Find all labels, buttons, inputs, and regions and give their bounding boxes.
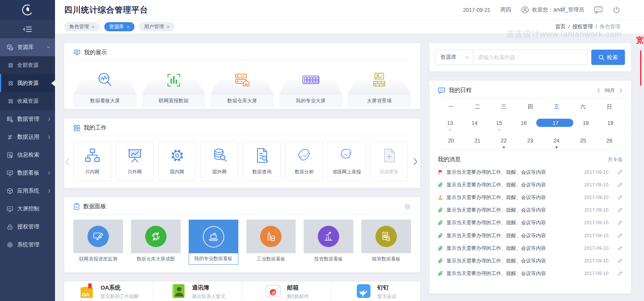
tab-resource-library[interactable]: 资源库 × xyxy=(104,22,135,31)
calendar-day[interactable]: 14 xyxy=(462,115,487,132)
messages-button[interactable] xyxy=(594,6,603,14)
sidebar-item-data-board[interactable]: 数据看板 xyxy=(0,164,55,182)
breadcrumb-home[interactable]: 首页 xyxy=(555,24,565,29)
close-icon[interactable]: × xyxy=(127,24,130,30)
display-card-dashboard-screen[interactable]: 数据看板大屏 xyxy=(73,65,137,107)
main-area: 宽 四川统计综合管理平台 2017-09-21 周四 欢迎您：andif_管理员 xyxy=(55,0,644,301)
sidebar-item-data-usage[interactable]: 数据运用 xyxy=(0,128,55,146)
schedule-title: 我的日程 xyxy=(449,87,472,94)
chart-up-icon xyxy=(318,226,339,247)
close-icon[interactable]: × xyxy=(92,24,95,30)
work-card-intranet-sichuan[interactable]: 川内网 xyxy=(73,141,111,181)
tab-role-management[interactable]: 角色管理 × xyxy=(64,22,100,31)
panel-card-accounting-board[interactable]: 核算数据看板 xyxy=(361,220,411,265)
edit-icon[interactable] xyxy=(617,246,623,251)
message-date: 2017-09-10 xyxy=(584,258,608,264)
user-menu[interactable]: 欢迎您：andif_管理员 xyxy=(521,6,584,14)
calendar-day-selected[interactable]: 17 xyxy=(536,115,573,132)
panel-card-my-professional-board[interactable]: 我的专业数据看板 xyxy=(189,220,238,265)
panel-card-online-report-monitor[interactable]: 联网直报进度监测 xyxy=(73,220,123,265)
message-row[interactable]: 显示当天需要办理的工作、提醒、会议等内容2017-09-10 xyxy=(438,204,623,217)
message-row[interactable]: 显示当天需要办理的工作、提醒、会议等内容2017-09-10 xyxy=(438,217,623,229)
search-button[interactable]: 检索 xyxy=(591,50,625,65)
work-card-foreign-network[interactable]: 国外网 xyxy=(201,141,238,181)
display-card-online-report-data[interactable]: 联网直报数据 xyxy=(142,65,205,107)
app-shortcut-mail[interactable]: @ 邮箱 3封新邮件 xyxy=(242,282,331,301)
month-prev-icon[interactable] xyxy=(597,88,600,93)
panel-card-investment-board[interactable]: 投资数据看板 xyxy=(304,220,353,265)
calendar-day[interactable]: 23 xyxy=(517,133,543,150)
logout-button[interactable] xyxy=(613,6,620,14)
calendar-day[interactable]: 21 xyxy=(464,133,490,150)
work-card-data-query[interactable]: 数据查询 xyxy=(243,141,281,181)
sidebar-item-data-management[interactable]: 数据管理 xyxy=(0,110,55,128)
edit-icon[interactable] xyxy=(617,220,623,225)
display-card-professional-screen[interactable]: 我的专业大屏 xyxy=(279,65,343,107)
edit-icon[interactable] xyxy=(617,271,623,276)
sidebar-item-favorite-resources[interactable]: 收藏资源 xyxy=(0,92,55,110)
work-card-extranet-sichuan[interactable]: 川外网 xyxy=(116,141,154,181)
display-card-warehouse-screen[interactable]: 数据仓库大屏 xyxy=(210,65,274,107)
month-next-icon[interactable] xyxy=(620,88,623,93)
edit-icon[interactable] xyxy=(617,182,623,188)
sidebar-collapse-button[interactable] xyxy=(0,20,55,38)
message-row[interactable]: 显示当天需要办理的工作、提醒、会议等内容2017-09-10 xyxy=(438,191,623,204)
search-category-select[interactable]: 资源库 xyxy=(435,50,473,65)
panel-card-industrial-board[interactable]: 工业数据看板 xyxy=(246,220,296,265)
calendar-day[interactable]: 13 xyxy=(438,115,462,132)
calendar-day[interactable]: 22 xyxy=(490,133,517,150)
calendar-week-row: 20212223242526 xyxy=(438,133,623,150)
calendar-day[interactable]: 26 xyxy=(596,133,623,150)
calendar-day[interactable]: 16 xyxy=(511,115,536,132)
sidebar-item-system-management[interactable]: 系统管理 xyxy=(0,236,55,254)
edit-icon[interactable] xyxy=(617,258,623,264)
work-card-data-analysis[interactable]: 数据分析 xyxy=(285,141,323,181)
app-logo[interactable] xyxy=(0,0,55,20)
calendar-day[interactable]: 24 xyxy=(544,133,570,150)
sidebar-item-all-resources[interactable]: 全部资源 xyxy=(0,56,55,74)
calendar-day[interactable]: 19 xyxy=(598,115,623,132)
mail-icon: @ xyxy=(265,283,282,301)
message-date: 2017-09-10 xyxy=(584,233,608,238)
edit-icon[interactable] xyxy=(617,170,623,175)
sidebar-item-authorization[interactable]: 授权管理 xyxy=(0,218,55,236)
breadcrumb-authorization[interactable]: 授权管理 xyxy=(572,24,593,29)
tab-user-management[interactable]: 用户管理 × xyxy=(139,22,175,31)
app-shortcut-dingtalk[interactable]: 钉钉 暂无会议 xyxy=(331,282,420,301)
sidebar-item-resource-library[interactable]: 资源库 xyxy=(0,38,55,56)
edit-icon[interactable] xyxy=(617,207,623,213)
work-card-provincial-online-report[interactable]: 省级网上直报 xyxy=(328,141,366,181)
message-row[interactable]: 显示当天需要办理的工作、提醒、会议等内容2017-09-10 xyxy=(438,166,623,178)
data-panel-section: 数据面板 联网直报进度监测 xyxy=(64,197,420,272)
message-row[interactable]: 显示当天需要办理的工作、提醒、会议等内容2017-09-10 xyxy=(438,254,623,267)
app-shortcut-contacts[interactable]: 通讯簿 最近联系人暂无 xyxy=(153,282,242,301)
work-card-domestic-network[interactable]: 国内网 xyxy=(158,141,196,181)
panel-settings-icon[interactable] xyxy=(404,203,411,210)
sidebar-item-my-resources[interactable]: 我的资源 xyxy=(0,74,55,92)
message-row[interactable]: 显示当天需要办理的工作、提醒、会议等内容2017-09-10 xyxy=(438,267,623,280)
message-row[interactable]: 显示当天需要办理的工作、提醒、会议等内容2017-09-10 xyxy=(438,242,623,254)
sidebar: 资源库 全部资源 我的资源 收藏资源 xyxy=(0,0,55,301)
calendar-day[interactable]: 25 xyxy=(570,133,596,150)
message-row[interactable]: 显示当天需要办理的工作、提醒、会议等内容2017-09-10 xyxy=(438,229,623,242)
message-row[interactable]: 显示当天需要办理的工作、提醒、会议等内容2017-09-10 xyxy=(438,178,623,191)
slider-next-icon[interactable] xyxy=(413,157,418,166)
sidebar-item-screen-control[interactable]: 大屏控制 xyxy=(0,200,55,218)
display-card-background-wall[interactable]: 大屏背景墙 xyxy=(348,65,411,107)
edit-icon[interactable] xyxy=(617,195,623,200)
work-card-add-more[interactable]: 添加更多 xyxy=(370,141,408,181)
panel-card-warehouse-mapping[interactable]: 数据仓库大屏成图 xyxy=(131,220,181,265)
sidebar-item-info-search[interactable]: 信息检索 xyxy=(0,146,55,164)
calendar-day[interactable]: 15 xyxy=(487,115,511,132)
edit-icon[interactable] xyxy=(617,233,623,238)
header-weekday: 周四 xyxy=(500,6,511,13)
calendar-day[interactable]: 18 xyxy=(573,115,598,132)
slider-prev-icon[interactable] xyxy=(65,157,70,166)
sidebar-item-application-system[interactable]: 应用系统 xyxy=(0,182,55,200)
app-subtitle: 最近联系人暂无 xyxy=(192,293,226,300)
calendar-day[interactable]: 20 xyxy=(438,133,464,150)
app-title: OA系统 xyxy=(100,284,139,291)
close-icon[interactable]: × xyxy=(167,24,170,30)
app-shortcut-oa[interactable]: OA OA系统 暂无新的工作提醒 xyxy=(64,282,153,301)
search-input[interactable] xyxy=(473,50,587,65)
